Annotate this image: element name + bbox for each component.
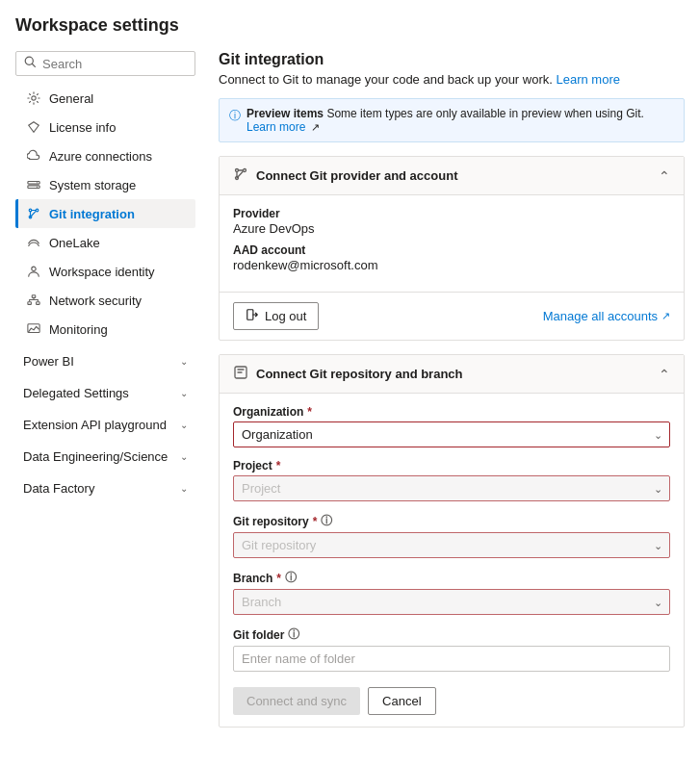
main-layout: General License info Azure connect [15,51,700,756]
info-icon: ⓘ [229,108,241,124]
org-form-group: Organization * Organization ⌄ [233,405,670,447]
folder-info-icon[interactable]: ⓘ [288,626,299,643]
sidebar-section-delegated[interactable]: Delegated Settings ⌄ [15,379,195,407]
sidebar-section-data-factory-label: Data Factory [23,481,94,496]
learn-more-link[interactable]: Learn more [557,72,620,87]
sidebar-section-delegated-label: Delegated Settings [23,386,129,400]
svg-rect-12 [28,302,32,305]
svg-rect-13 [37,302,40,305]
svg-point-2 [32,96,36,100]
branch-form-group: Branch * ⓘ Branch ⌄ [233,570,670,615]
chevron-down-icon: ⌄ [180,356,188,367]
search-icon [24,56,37,71]
git-repo-label: Git repository * ⓘ [233,513,670,529]
project-required: * [276,459,281,472]
project-select[interactable]: Project [233,475,670,501]
repo-panel-body: Organization * Organization ⌄ [220,394,684,727]
identity-icon [26,264,41,279]
content-subtitle: Connect to Git to manage your code and b… [219,72,685,87]
provider-label: Provider [233,207,670,220]
svg-rect-4 [28,186,39,189]
search-input[interactable] [42,57,187,71]
repo-panel-header-left: Connect Git repository and branch [233,365,463,383]
sidebar-item-azure-connections[interactable]: Azure connections [15,141,195,170]
repo-panel-header: Connect Git repository and branch ⌃ [220,355,684,394]
sidebar-item-license-info[interactable]: License info [15,113,195,141]
svg-point-6 [37,187,38,188]
org-required: * [307,405,312,419]
collapse-icon[interactable]: ⌃ [659,367,670,382]
chevron-down-icon: ⌄ [180,451,188,462]
sidebar-item-onelake[interactable]: OneLake [15,228,195,257]
branch-required: * [276,572,281,585]
sidebar-section-power-bi-label: Power BI [23,354,74,369]
logout-icon [246,308,259,324]
branch-select[interactable]: Branch [233,589,670,615]
provider-panel: Connect Git provider and account ⌃ Provi… [219,156,685,341]
collapse-icon[interactable]: ⌃ [659,168,670,184]
storage-icon [26,177,41,192]
project-form-group: Project * Project ⌄ [233,459,670,501]
network-icon [26,293,41,308]
sidebar-section-data-engineering-label: Data Engineering/Science [23,449,168,464]
git-provider-icon [233,166,248,185]
sidebar-section-data-engineering[interactable]: Data Engineering/Science ⌄ [15,443,195,471]
provider-panel-title: Connect Git provider and account [256,168,457,183]
svg-rect-3 [28,182,39,185]
repo-panel: Connect Git repository and branch ⌃ Orga… [219,354,685,728]
account-label: AAD account [233,243,670,257]
svg-point-5 [37,182,38,183]
info-banner-bold: Preview items [246,107,324,120]
logout-button-label: Log out [265,309,306,323]
sidebar-section-extension-api-label: Extension API playground [23,418,167,432]
org-label: Organization * [233,405,670,419]
cancel-button[interactable]: Cancel [368,687,435,715]
content-title: Git integration [219,51,685,68]
sidebar-item-onelake-label: OneLake [49,236,100,250]
sidebar-item-system-storage-label: System storage [49,178,136,192]
sidebar-item-monitoring[interactable]: Monitoring [15,315,195,344]
branch-info-icon[interactable]: ⓘ [285,570,297,586]
gear-icon [26,90,41,106]
sidebar-section-data-factory[interactable]: Data Factory ⌄ [15,474,195,502]
org-select-wrapper: Organization ⌄ [233,421,670,447]
sidebar-item-general-label: General [49,91,93,106]
page-container: Workspace settings [0,0,700,756]
manage-accounts-link[interactable]: Manage all accounts ↗ [543,309,670,323]
git-repo-form-group: Git repository * ⓘ Git repository ⌄ [233,513,670,558]
page-title: Workspace settings [15,15,700,36]
sidebar-item-network-security[interactable]: Network security [15,286,195,315]
info-banner: ⓘ Preview items Some item types are only… [219,98,685,142]
search-box[interactable] [15,51,195,76]
repo-info-icon[interactable]: ⓘ [321,513,332,529]
git-repo-select[interactable]: Git repository [233,532,670,558]
sidebar-section-extension-api[interactable]: Extension API playground ⌄ [15,411,195,439]
manage-link-text: Manage all accounts [543,309,658,323]
sidebar-item-license-info-label: License info [49,120,116,135]
sidebar-item-system-storage[interactable]: System storage [15,170,195,199]
sidebar-item-git-integration[interactable]: Git integration [15,199,195,228]
info-banner-link[interactable]: Learn more [246,120,305,134]
logout-button[interactable]: Log out [233,302,319,330]
lake-icon [26,235,41,250]
sidebar-item-general[interactable]: General [15,84,195,113]
svg-line-1 [33,64,36,67]
external-link-icon: ↗ [311,121,320,133]
sidebar: General License info Azure connect [15,51,203,756]
sidebar-item-workspace-identity[interactable]: Workspace identity [15,257,195,286]
sidebar-item-network-security-label: Network security [49,294,142,308]
branch-select-wrapper: Branch ⌄ [233,589,670,615]
cloud-icon [26,148,41,164]
folder-input[interactable] [233,646,670,672]
git-repo-select-wrapper: Git repository ⌄ [233,532,670,558]
content-area: Git integration Connect to Git to manage… [203,51,700,756]
sidebar-section-power-bi[interactable]: Power BI ⌄ [15,347,195,375]
svg-rect-18 [247,310,253,320]
project-select-wrapper: Project ⌄ [233,475,670,501]
org-select[interactable]: Organization [233,421,670,447]
monitor-icon [26,321,41,337]
repo-icon [233,365,248,383]
account-value: rodenkew@microsoft.com [233,258,670,272]
sidebar-item-git-integration-label: Git integration [49,207,135,221]
connect-sync-button[interactable]: Connect and sync [233,687,360,715]
